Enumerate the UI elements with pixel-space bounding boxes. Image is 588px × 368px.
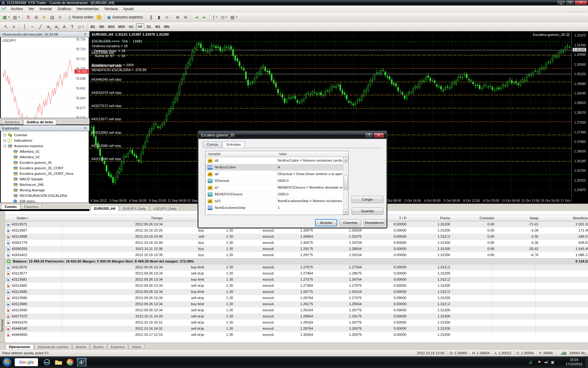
tree-item-cuentas[interactable]: +Cuentas <box>3 132 27 138</box>
timeframe-H1[interactable]: H1 <box>127 23 135 30</box>
menu-item-ver[interactable]: Ver <box>26 6 37 12</box>
param-value[interactable]: 5500.0 <box>278 179 342 182</box>
param-value[interactable]: NroEscCubrir = Número escalones (arriba/… <box>278 159 342 162</box>
terminal-tab-historial-de-cuentas[interactable]: Historial de cuentas <box>34 344 72 349</box>
table-row[interactable]: 431135812012.09.26 13:04buy limit1.00eur… <box>5 277 588 283</box>
vertical-line-button[interactable]: │ <box>21 23 28 30</box>
tray-volume-icon[interactable]: ◄) <box>544 360 548 364</box>
time-axis-label[interactable]: 12 Oct 12:00 <box>521 199 540 202</box>
param-value[interactable]: DDactual = Draw-Down anterior a la apert… <box>278 172 342 176</box>
cursor-button[interactable]: ↖ <box>2 23 9 30</box>
dialog-tab-común[interactable]: Común <box>203 141 222 148</box>
expand-icon[interactable]: + <box>3 139 6 142</box>
dialog-table-header[interactable]: Variable Valor <box>205 151 348 157</box>
time-axis-label[interactable]: 4 Oct 00:00 <box>424 199 440 202</box>
header-swap[interactable]: Swap <box>530 216 538 220</box>
expand-icon[interactable]: + <box>3 134 6 136</box>
timeframe-M15[interactable]: M15 <box>107 23 116 30</box>
timeframe-M5[interactable]: M5 <box>98 23 106 30</box>
tree-item-moving-average[interactable]: Moving Average <box>13 187 45 193</box>
param-row-q7[interactable]: abq7BENEFICIOeuros = Beneficio deseado e… <box>205 184 343 191</box>
param-value[interactable]: BENEFICIOeuros = Beneficio deseado en... <box>278 186 342 189</box>
balance-row[interactable]: ▲ Balance: 13 469.29 Patrimonio: 18 603.… <box>5 258 588 264</box>
param-value[interactable]: NumEscalonesStop = Número escalones ... <box>278 199 342 203</box>
param-value[interactable]: 4 <box>278 165 342 169</box>
tree-item-machacon-045[interactable]: Machacon_045 <box>13 182 44 187</box>
chart-tab-usdjpy-daily[interactable]: USDJPY.,Daily <box>150 206 180 211</box>
tree-item-alfombra-02[interactable]: Alfombra_02 <box>13 154 40 160</box>
tab-com-n[interactable]: Común <box>1 204 20 209</box>
minimize-button[interactable]: ▁ <box>557 0 565 5</box>
terminal-tab-buz-n[interactable]: Buzón <box>90 344 107 349</box>
terminal-button[interactable]: ▤ <box>48 13 56 21</box>
profiles-button[interactable]: ▧▼ <box>12 13 21 21</box>
table-row[interactable]: 431135902012.09.26 13:04sell stop1.00eur… <box>5 307 588 313</box>
bar-chart-button[interactable]: ‖ <box>147 13 155 21</box>
tree-item-macd-sample[interactable]: MACD Sample <box>13 176 43 182</box>
table-row[interactable]: 431135772012.09.26 13:04sell stop1.00eur… <box>5 270 588 277</box>
menu-item-archivo[interactable]: Archivo <box>8 6 26 12</box>
table-row[interactable]: 431135852012.09.26 13:04buy limit1.00eur… <box>5 289 588 295</box>
collapse-icon[interactable]: − <box>3 145 6 148</box>
strategy-tester-button[interactable]: ⊙ <box>56 13 64 21</box>
param-row-numescalonesstop[interactable]: 123NumEscalonesStop1 <box>205 205 343 211</box>
templates-button[interactable]: ▨▼ <box>229 13 239 21</box>
tree-item-539-more-[interactable]: 539 more... <box>13 198 37 203</box>
time-axis-label[interactable]: 11 Oct 04:00 <box>502 199 520 202</box>
label-button[interactable]: T <box>69 23 76 30</box>
header-orden-[interactable]: Orden / <box>17 216 28 220</box>
indicators-button[interactable]: ƒ▼ <box>211 13 219 21</box>
tree-item-alfombra-01[interactable]: Alfombra_01 <box>13 149 40 154</box>
scroll-up-icon[interactable]: ▲ <box>343 157 348 163</box>
show-desktop-button[interactable] <box>585 356 588 368</box>
param-row-q5[interactable]: abq5NroEscCubrir = Número escalones (arr… <box>205 157 343 164</box>
timeframe-M30[interactable]: M30 <box>117 23 126 30</box>
terminal-tab-operaciones[interactable]: Operaciones <box>6 344 34 350</box>
table-row[interactable]: 434163762012.10.15 10:51sell stop1.00eur… <box>5 320 588 326</box>
resize-grip[interactable] <box>584 352 588 356</box>
chart-tab-eurjpy-daily[interactable]: EURJPY.,Daily <box>119 206 149 211</box>
timeframe-H4[interactable]: H4 <box>136 23 144 30</box>
save-button[interactable]: Guardar <box>352 208 383 215</box>
header-comisi-n[interactable]: Comisión <box>480 216 494 220</box>
time-axis-label[interactable]: 15 Oct 16:00 <box>541 199 559 202</box>
tree-item-escalera-guevon-35-cont[interactable]: Escalera guevon_35_CONT <box>13 165 64 171</box>
taskbar-chrome-icon[interactable] <box>65 358 75 367</box>
tray-flag-icon[interactable]: ⚑ <box>538 360 541 364</box>
menu-item-herramientas[interactable]: Herramientas <box>74 6 101 12</box>
param-value[interactable]: 1 <box>278 206 342 209</box>
time-axis-label[interactable]: 2 Oct 16:00 <box>404 199 421 202</box>
tree-item-indicadores[interactable]: +fIndicadores <box>3 138 32 143</box>
timeframe-M1[interactable]: M1 <box>89 23 97 30</box>
tray-connection-icon[interactable] <box>529 360 532 364</box>
table-row[interactable]: 434645502012.10.17 12:15sell stop1.00eur… <box>5 332 588 338</box>
table-row[interactable]: 431135862012.09.26 13:04sell stop1.00eur… <box>5 295 588 301</box>
menu-item-gráficos[interactable]: Gráficos <box>55 6 74 12</box>
scroll-down-icon[interactable]: ▼ <box>343 209 348 215</box>
data-window-button[interactable]: ⊞ <box>32 13 40 21</box>
start-button[interactable] <box>2 358 12 367</box>
terminal-tab-avisos[interactable]: Avisos <box>73 344 90 349</box>
param-row-ddactual[interactable]: ½DDactual5500.0 <box>205 178 343 184</box>
new-chart-button[interactable]: ▦▼ <box>2 13 11 21</box>
header-tiempo[interactable]: Tiempo <box>151 216 163 220</box>
time-axis-label[interactable]: 6 Sep 16:00 <box>129 199 147 202</box>
load-button[interactable]: Cargar <box>352 196 383 203</box>
google-search-box[interactable]: Google <box>15 358 38 366</box>
maximize-button[interactable]: ❐ <box>566 0 574 5</box>
trendline-button[interactable]: ╱ <box>37 23 44 30</box>
zoom-out-button[interactable]: ⊖ <box>182 13 189 21</box>
param-row-beneficioeuros[interactable]: ½BENEFICIOeuros2000.0 <box>205 191 343 198</box>
dialog-help-button[interactable]: ? <box>365 133 373 138</box>
dialog-title-bar[interactable]: Escalera guevon_35 ? ✕ <box>198 131 386 139</box>
terminal-tab-diario[interactable]: Diario <box>129 344 145 349</box>
header-precio[interactable]: Precio <box>440 216 450 220</box>
tree-item-escalera-guevon-35[interactable]: Escalera guevon_35 <box>13 160 52 165</box>
param-row-nroesccubrir[interactable]: 123NroEscCubrir4 <box>205 164 343 171</box>
horizontal-line-button[interactable]: ─ <box>29 23 36 30</box>
reset-button[interactable]: Restablecer <box>364 219 386 226</box>
alert-icon[interactable]: ! <box>95 13 103 21</box>
table-row[interactable]: 433017792012.10.16 13:44buy1.00eurusd.1.… <box>5 240 588 246</box>
param-row-q10[interactable]: abq10NumEscalonesStop = Número escalones… <box>205 198 343 205</box>
ok-button[interactable]: Aceptar <box>315 219 337 226</box>
